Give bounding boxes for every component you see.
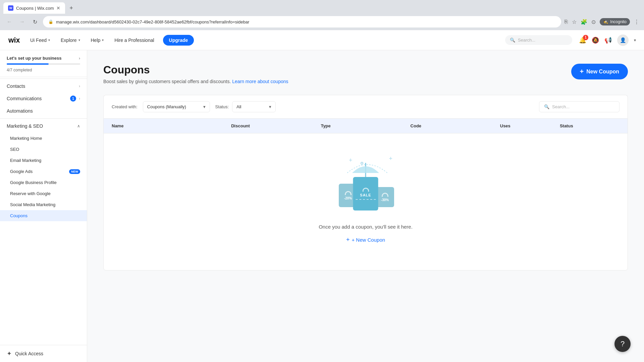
nav-item-ui-feed[interactable]: Ui Feed ▾	[28, 36, 52, 44]
setup-completed-text: 4/7 completed	[7, 68, 32, 72]
browser-chrome: W Coupons | Wix.com ✕ + ← → ↻ 🔒 manage.w…	[0, 0, 644, 30]
filter-search[interactable]: 🔍 Search...	[539, 101, 620, 112]
sidebar: Let's set up your business › 4/7 complet…	[0, 50, 87, 362]
search-icon: 🔍	[544, 104, 549, 109]
decoration-plus-2: +	[389, 155, 392, 162]
incognito-icon: 🕵	[603, 19, 608, 24]
help-button[interactable]: ?	[614, 336, 631, 352]
svg-text:wix: wix	[8, 36, 20, 44]
nav-item-help[interactable]: Help ▾	[89, 36, 106, 44]
sidebar-item-google-ads[interactable]: Google Ads NEW	[0, 166, 87, 177]
alerts-button[interactable]: 🔕	[592, 37, 599, 44]
extensions-icon[interactable]: 🧩	[581, 19, 587, 25]
chevron-down-icon: ▾	[48, 38, 50, 42]
avatar-chevron[interactable]: ▾	[634, 38, 636, 43]
sidebar-quick-access[interactable]: ✦ Quick Access	[0, 345, 87, 362]
address-bar[interactable]: 🔒 manage.wix.com/dashboard/d5602430-02c7…	[43, 16, 561, 27]
sidebar-item-marketing-home[interactable]: Marketing Home	[0, 133, 87, 144]
filter-status: Status: All ▾	[215, 101, 276, 112]
sidebar-item-social-media-marketing[interactable]: Social Media Marketing	[0, 199, 87, 210]
quick-access-icon: ✦	[7, 350, 12, 357]
sidebar-item-communications[interactable]: Communications 1 ›	[0, 92, 87, 105]
sidebar-item-email-marketing[interactable]: Email Marketing	[0, 155, 87, 166]
status-value: All	[236, 104, 241, 109]
cast-icon[interactable]: ⎘	[565, 19, 568, 25]
profile-icon[interactable]: ⊙	[591, 19, 596, 25]
new-tab-button[interactable]: +	[66, 3, 76, 13]
chevron-down-icon: ▾	[102, 38, 104, 42]
sidebar-item-coupons[interactable]: Coupons	[0, 210, 87, 221]
bag-handle-left	[345, 191, 352, 195]
new-coupon-button[interactable]: + New Coupon	[571, 64, 628, 79]
url-text: manage.wix.com/dashboard/d5602430-02c7-4…	[56, 19, 249, 24]
main-content: Coupons Boost sales by giving customers …	[87, 50, 644, 362]
chevron-down-icon: ▾	[203, 104, 206, 109]
col-uses: Uses	[500, 123, 560, 128]
col-status: Status	[560, 123, 620, 128]
col-code: Code	[411, 123, 500, 128]
subtitle-text: Boost sales by giving customers special …	[103, 79, 231, 84]
setup-header: Let's set up your business ›	[7, 56, 80, 61]
sidebar-item-contacts[interactable]: Contacts ›	[0, 80, 87, 92]
tab-close-button[interactable]: ✕	[56, 5, 60, 11]
forward-button[interactable]: →	[17, 17, 27, 26]
sidebar-setup: Let's set up your business › 4/7 complet…	[0, 50, 87, 77]
coupon-illustration: + +	[329, 154, 402, 214]
page-title: Coupons	[103, 64, 288, 76]
incognito-label: Incognito	[610, 19, 627, 24]
plus-icon: +	[580, 68, 584, 75]
chevron-down-icon: ▾	[269, 104, 271, 109]
bookmark-icon[interactable]: ☆	[572, 19, 577, 25]
notifications-button[interactable]: 🔔 1	[579, 37, 586, 44]
learn-more-link[interactable]: Learn more about coupons	[232, 79, 288, 84]
sidebar-item-google-business-profile[interactable]: Google Business Profile	[0, 177, 87, 188]
status-select[interactable]: All ▾	[232, 101, 276, 112]
bag-handle-center	[362, 188, 369, 192]
menu-icon[interactable]: ⋮	[634, 19, 639, 25]
bag-handle-right	[382, 193, 388, 197]
bag-center: SALE	[353, 177, 378, 210]
dashed-divider	[356, 199, 376, 200]
status-label: Status:	[215, 104, 229, 109]
created-with-label: Created with:	[112, 104, 138, 109]
sidebar-marketing-seo[interactable]: Marketing & SEO ∧	[0, 120, 87, 132]
sale-tag: SALE	[356, 193, 376, 200]
new-coupon-link-label: + New Coupon	[352, 237, 385, 243]
discount-right: -30%	[381, 198, 389, 202]
nav-item-hire-professional[interactable]: Hire a Professional	[112, 36, 156, 44]
setup-progress-bar	[7, 63, 80, 65]
sidebar-item-seo[interactable]: SEO	[0, 144, 87, 155]
setup-chevron[interactable]: ›	[79, 56, 80, 61]
setup-progress-fill	[7, 63, 49, 65]
browser-tab[interactable]: W Coupons | Wix.com ✕	[3, 2, 65, 14]
chevron-down-icon: ▾	[78, 38, 80, 42]
bag-right: -30%	[376, 187, 394, 207]
incognito-badge[interactable]: 🕵 Incognito	[600, 18, 630, 25]
top-nav-icons: 🔔 1 🔕 📢 👤 ▾	[579, 35, 636, 46]
nav-item-explore[interactable]: Explore ▾	[59, 36, 82, 44]
search-icon: 🔍	[510, 38, 515, 43]
search-placeholder: Search...	[552, 104, 570, 109]
setup-title: Let's set up your business	[7, 56, 61, 61]
content-header: Coupons Boost sales by giving customers …	[103, 64, 628, 84]
top-nav-search[interactable]: 🔍 Search...	[505, 35, 572, 45]
back-button[interactable]: ←	[5, 17, 14, 26]
page-subtitle: Boost sales by giving customers special …	[103, 79, 288, 84]
discount-left: -20%	[344, 196, 352, 200]
wix-logo[interactable]: wix	[8, 34, 21, 47]
user-avatar[interactable]: 👤	[617, 35, 629, 46]
new-coupon-link[interactable]: + + New Coupon	[346, 236, 385, 243]
sidebar-item-reserve-with-google[interactable]: Reserve with Google	[0, 188, 87, 199]
created-with-select[interactable]: Coupons (Manually) ▾	[143, 101, 210, 112]
sidebar-item-automations[interactable]: Automations	[0, 105, 87, 117]
empty-state-text: Once you add a coupon, you'll see it her…	[319, 224, 413, 230]
sidebar-divider	[0, 78, 87, 79]
col-type: Type	[321, 123, 410, 128]
announcements-button[interactable]: 📢	[604, 37, 612, 44]
quick-access-label: Quick Access	[15, 351, 43, 356]
notification-badge: 1	[583, 35, 588, 40]
browser-toolbar: ← → ↻ 🔒 manage.wix.com/dashboard/d560243…	[0, 13, 644, 30]
upgrade-button[interactable]: Upgrade	[163, 35, 194, 46]
new-badge: NEW	[69, 169, 80, 174]
refresh-button[interactable]: ↻	[30, 17, 40, 26]
